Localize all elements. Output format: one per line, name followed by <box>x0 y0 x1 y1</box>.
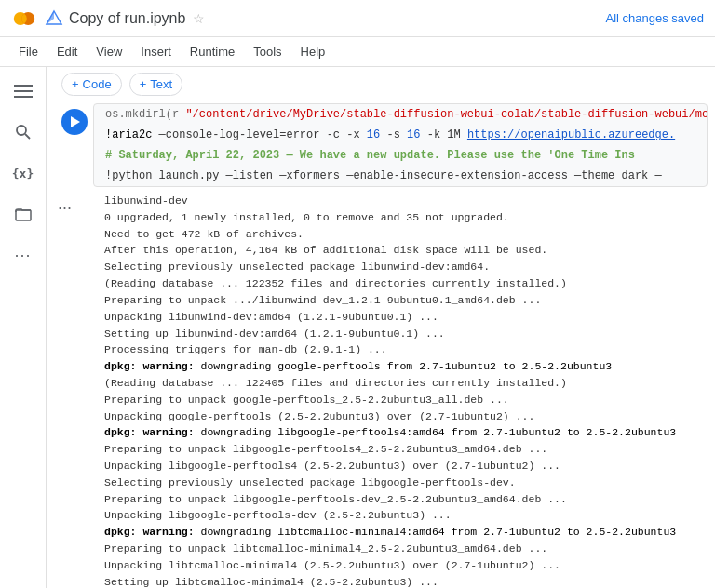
output-line-4: Selecting previously unselected package … <box>104 259 696 275</box>
output-line-7: Unpacking libunwind-dev:amd64 (1.2.1-9ub… <box>104 309 696 326</box>
svg-rect-6 <box>14 96 33 98</box>
output-line-1: 0 upgraded, 1 newly installed, 0 to remo… <box>104 209 696 226</box>
code-editor[interactable]: os.mkdirl(r "/content/drive/MyDrive/stab… <box>93 103 708 187</box>
files-sidebar-icon[interactable] <box>7 197 40 231</box>
notebook-area: + Code + Text os.mkdirl(r "/content/driv… <box>47 67 715 588</box>
colab-logo <box>11 6 37 32</box>
output-line-3: After this operation, 4,164 kB of additi… <box>104 242 696 259</box>
folder-icon <box>15 206 32 222</box>
output-line-8: Setting up libunwind-dev:amd64 (1.2.1-9u… <box>104 326 696 342</box>
cell-container: os.mkdirl(r "/content/drive/MyDrive/stab… <box>47 101 715 588</box>
more-sidebar-icon[interactable]: ··· <box>7 238 40 272</box>
save-status: All changes saved <box>605 11 704 25</box>
svg-point-7 <box>17 126 26 135</box>
output-line-17: Selecting previously unselected package … <box>104 474 696 491</box>
add-text-label: Text <box>150 77 172 91</box>
drive-icon <box>45 9 63 28</box>
left-sidebar: {x} ··· <box>0 67 47 588</box>
menu-help[interactable]: Help <box>293 41 333 62</box>
output-line-22: Unpacking libtcmalloc-minimal4 (2.5-2.2u… <box>104 557 696 574</box>
search-sidebar-icon[interactable] <box>7 115 40 149</box>
search-icon <box>15 124 32 140</box>
svg-line-8 <box>25 134 30 139</box>
code-line-4: !python launch.py —listen —xformers —ena… <box>94 166 707 186</box>
menu-bar: File Edit View Insert Runtime Tools Help <box>0 37 715 67</box>
output-line-15: Preparing to unpack libgoogle-perftools4… <box>104 441 696 458</box>
output-cell: ··· libunwind-dev 0 upgraded, 1 newly in… <box>47 189 715 588</box>
menu-edit[interactable]: Edit <box>49 41 85 62</box>
output-line-16: Unpacking libgoogle-perftools4 (2.5-2.2u… <box>104 458 696 474</box>
output-line-6: Preparing to unpack .../libunwind-dev_1.… <box>104 292 696 309</box>
output-line-2: Need to get 472 kB of archives. <box>104 226 696 243</box>
code-line-3: # Saturday, April 22, 2023 — We have a n… <box>94 145 707 166</box>
output-line-20: dpkg: warning: downgrading libtcmalloc-m… <box>104 524 696 541</box>
plus-icon: + <box>72 77 79 91</box>
main-layout: {x} ··· + Code + Text <box>0 67 715 588</box>
output-line-12: Preparing to unpack google-perftools_2.5… <box>104 392 696 408</box>
output-line-13: Unpacking google-perftools (2.5-2.2ubunt… <box>104 408 696 425</box>
svg-rect-4 <box>14 85 33 87</box>
output-line-10: dpkg: warning: downgrading google-perfto… <box>104 358 696 375</box>
plus-text-icon: + <box>140 77 147 91</box>
svg-rect-5 <box>14 90 33 92</box>
code-cell-1: os.mkdirl(r "/content/drive/MyDrive/stab… <box>47 101 715 189</box>
code-line-2: !aria2c —console-log-level=error -c -x 1… <box>94 125 707 145</box>
code-icon: {x} <box>12 167 34 180</box>
output-line-0: libunwind-dev <box>104 193 696 209</box>
cell-gutter <box>47 101 93 189</box>
run-button[interactable] <box>61 109 88 135</box>
output-line-14: dpkg: warning: downgrading libgoogle-per… <box>104 424 696 441</box>
add-code-button[interactable]: + Code <box>61 73 122 96</box>
output-content: libunwind-dev 0 upgraded, 1 newly instal… <box>93 189 715 588</box>
menu-view[interactable]: View <box>88 41 129 62</box>
menu-insert[interactable]: Insert <box>133 41 179 62</box>
menu-file[interactable]: File <box>11 41 46 62</box>
code-line-1: os.mkdirl(r "/content/drive/MyDrive/stab… <box>94 104 707 125</box>
output-line-23: Setting up libtcmalloc-minimal4 (2.5-2.2… <box>104 574 696 588</box>
output-gutter: ··· <box>47 189 93 588</box>
menu-runtime[interactable]: Runtime <box>182 41 242 62</box>
hamburger-icon <box>14 82 33 100</box>
notebook-title: Copy of run.ipynb <box>69 10 185 27</box>
output-line-21: Preparing to unpack libtcmalloc-minimal4… <box>104 541 696 557</box>
cell-code-content: os.mkdirl(r "/content/drive/MyDrive/stab… <box>93 101 715 189</box>
star-icon[interactable]: ☆ <box>193 11 205 26</box>
title-bar: Copy of run.ipynb ☆ All changes saved <box>0 0 715 37</box>
output-line-9: Processing triggers for man-db (2.9.1-1)… <box>104 341 696 358</box>
menu-icon[interactable] <box>7 74 40 108</box>
output-line-11: (Reading database ... 122405 files and d… <box>104 375 696 392</box>
output-line-18: Preparing to unpack libgoogle-perftools-… <box>104 491 696 508</box>
output-line-19: Unpacking libgoogle-perftools-dev (2.5-2… <box>104 507 696 524</box>
svg-rect-9 <box>16 210 31 220</box>
output-line-5: (Reading database ... 122352 files and d… <box>104 275 696 292</box>
output-text: libunwind-dev 0 upgraded, 1 newly instal… <box>93 189 708 588</box>
menu-tools[interactable]: Tools <box>246 41 289 62</box>
ellipsis-icon: ··· <box>14 246 31 265</box>
add-code-label: Code <box>83 77 112 91</box>
output-ellipsis[interactable]: ··· <box>54 194 75 221</box>
add-text-button[interactable]: + Text <box>129 73 182 96</box>
code-sidebar-icon[interactable]: {x} <box>7 156 40 190</box>
cell-toolbar: + Code + Text <box>47 67 715 101</box>
